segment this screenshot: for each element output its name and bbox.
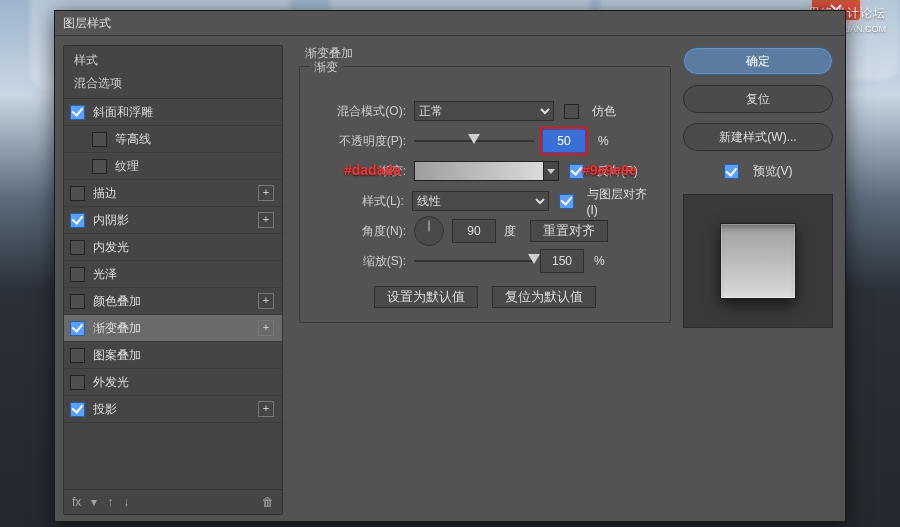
opacity-highlight [540, 127, 588, 155]
style-item-1[interactable]: 等高线 [64, 126, 282, 153]
style-item-checkbox[interactable] [70, 105, 85, 120]
style-item-6[interactable]: 光泽 [64, 261, 282, 288]
ok-button[interactable]: 确定 [683, 47, 833, 75]
style-item-checkbox[interactable] [70, 294, 85, 309]
gradient-group: 渐变 混合模式(O): 正常 仿色 不透明度(P): [299, 66, 671, 323]
preview-swatch [720, 223, 796, 299]
style-item-label: 描边 [93, 185, 258, 202]
style-item-9[interactable]: 图案叠加 [64, 342, 282, 369]
style-item-3[interactable]: 描边+ [64, 180, 282, 207]
add-effect-icon[interactable]: + [258, 293, 274, 309]
style-item-label: 等高线 [115, 131, 274, 148]
preview-label: 预览(V) [753, 163, 793, 180]
move-down-icon[interactable]: ↓ [123, 495, 129, 509]
reset-default-button[interactable]: 复位为默认值 [492, 286, 596, 308]
trash-icon[interactable]: 🗑 [262, 495, 274, 509]
opacity-unit: % [598, 134, 609, 148]
style-item-2[interactable]: 纹理 [64, 153, 282, 180]
opacity-input[interactable] [542, 129, 586, 153]
reset-align-button[interactable]: 重置对齐 [530, 220, 608, 242]
style-item-label: 投影 [93, 401, 258, 418]
dialog-title: 图层样式 [63, 15, 111, 32]
style-item-10[interactable]: 外发光 [64, 369, 282, 396]
fx-menu-icon[interactable]: ▾ [91, 495, 97, 509]
style-item-7[interactable]: 颜色叠加+ [64, 288, 282, 315]
opacity-slider[interactable] [414, 134, 534, 148]
style-item-checkbox[interactable] [70, 240, 85, 255]
add-effect-icon[interactable]: + [258, 185, 274, 201]
section-title: 渐变叠加 [305, 45, 671, 62]
style-item-label: 内阴影 [93, 212, 258, 229]
preview-checkbox[interactable] [724, 164, 739, 179]
dither-checkbox[interactable] [564, 104, 579, 119]
styles-footer: fx ▾ ↑ ↓ 🗑 [64, 489, 282, 514]
styles-list: 斜面和浮雕等高线纹理描边+内阴影+内发光光泽颜色叠加+渐变叠加+图案叠加外发光投… [64, 99, 282, 489]
style-item-checkbox[interactable] [70, 321, 85, 336]
style-item-checkbox[interactable] [70, 402, 85, 417]
style-item-label: 纹理 [115, 158, 274, 175]
style-item-label: 颜色叠加 [93, 293, 258, 310]
scale-input[interactable] [540, 249, 584, 273]
move-up-icon[interactable]: ↑ [107, 495, 113, 509]
layer-style-dialog: 图层样式 样式 混合选项 斜面和浮雕等高线纹理描边+内阴影+内发光光泽颜色叠加+… [54, 10, 846, 522]
preview-panel [683, 194, 833, 328]
angle-label: 角度(N): [314, 223, 406, 240]
style-item-label: 渐变叠加 [93, 320, 258, 337]
style-item-checkbox[interactable] [70, 213, 85, 228]
styles-header: 样式 [64, 46, 282, 73]
style-item-label: 图案叠加 [93, 347, 274, 364]
align-checkbox[interactable] [559, 194, 574, 209]
annotation-left: #dadada [344, 162, 401, 178]
style-item-label: 内发光 [93, 239, 274, 256]
opacity-label: 不透明度(P): [314, 133, 406, 150]
scale-slider[interactable] [414, 254, 534, 268]
angle-unit: 度 [504, 223, 516, 240]
blend-mode-label: 混合模式(O): [314, 103, 406, 120]
add-effect-icon[interactable]: + [258, 401, 274, 417]
angle-dial[interactable] [414, 216, 444, 246]
style-item-label: 斜面和浮雕 [93, 104, 274, 121]
style-item-4[interactable]: 内阴影+ [64, 207, 282, 234]
style-item-checkbox[interactable] [70, 375, 85, 390]
fx-icon[interactable]: fx [72, 495, 81, 509]
style-item-8[interactable]: 渐变叠加+ [64, 315, 282, 342]
styles-panel: 样式 混合选项 斜面和浮雕等高线纹理描边+内阴影+内发光光泽颜色叠加+渐变叠加+… [63, 45, 283, 515]
style-item-checkbox[interactable] [70, 186, 85, 201]
style-item-11[interactable]: 投影+ [64, 396, 282, 423]
style-item-checkbox[interactable] [92, 159, 107, 174]
add-effect-icon[interactable]: + [258, 320, 274, 336]
style-item-label: 外发光 [93, 374, 274, 391]
style-label: 样式(L): [314, 193, 404, 210]
style-item-0[interactable]: 斜面和浮雕 [64, 99, 282, 126]
style-item-checkbox[interactable] [92, 132, 107, 147]
dialog-titlebar: 图层样式 [55, 11, 845, 36]
make-default-button[interactable]: 设置为默认值 [374, 286, 478, 308]
style-item-checkbox[interactable] [70, 348, 85, 363]
style-item-5[interactable]: 内发光 [64, 234, 282, 261]
scale-label: 缩放(S): [314, 253, 406, 270]
annotation-right: #9e9e9e [582, 162, 637, 178]
blend-mode-select[interactable]: 正常 [414, 101, 554, 121]
new-style-button[interactable]: 新建样式(W)... [683, 123, 833, 151]
angle-input[interactable] [452, 219, 496, 243]
blending-options[interactable]: 混合选项 [64, 73, 282, 99]
add-effect-icon[interactable]: + [258, 212, 274, 228]
style-item-checkbox[interactable] [70, 267, 85, 282]
style-item-label: 光泽 [93, 266, 274, 283]
dither-label: 仿色 [592, 103, 616, 120]
cancel-button[interactable]: 复位 [683, 85, 833, 113]
align-label: 与图层对齐(I) [587, 186, 656, 217]
style-select[interactable]: 线性 [412, 191, 549, 211]
gradient-preview[interactable] [414, 161, 544, 181]
scale-unit: % [594, 254, 605, 268]
group-label: 渐变 [310, 59, 342, 76]
gradient-dropdown[interactable] [544, 161, 559, 181]
